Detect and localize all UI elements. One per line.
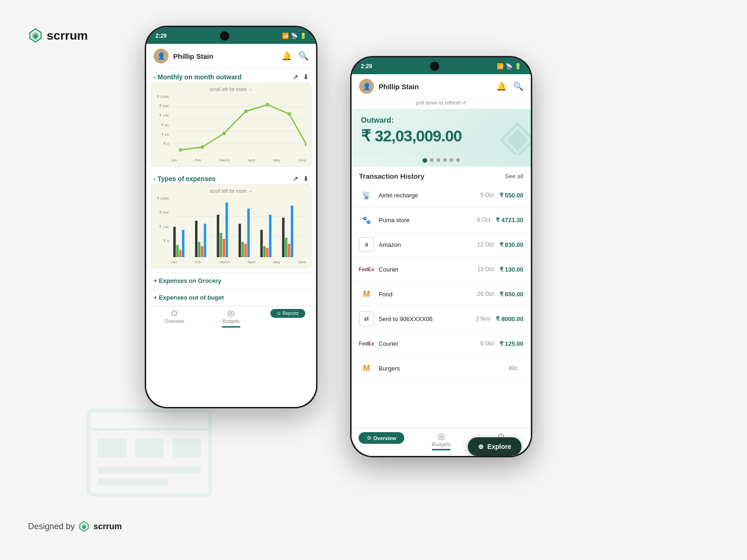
svg-rect-7: [173, 439, 201, 457]
svg-rect-43: [261, 230, 263, 258]
nav-overview[interactable]: ⊙ Overview: [146, 309, 203, 328]
food-amount: ₹ 650.00: [500, 291, 523, 298]
bar-x-june: June: [298, 260, 306, 264]
monthly-chart-container: scroll left for more → ₹ 100K ₹ 50K ₹ 10…: [151, 83, 311, 167]
expand-grocery[interactable]: + Expenses on Grocery: [146, 272, 316, 289]
signal-icon: 📡: [291, 33, 298, 39]
transaction-amazon[interactable]: a Amazon 12 Oct ₹ 830.00: [352, 232, 531, 257]
nav-budgets[interactable]: ◎ Budgets: [203, 309, 259, 328]
sent-amount: ₹ 8000.00: [496, 315, 523, 322]
bar-x-april: April: [247, 260, 255, 264]
transaction-burgers[interactable]: M Burgers 80c: [352, 356, 531, 381]
svg-rect-50: [291, 206, 293, 258]
p2-bell-icon[interactable]: 🔔: [496, 81, 507, 91]
dot-1: [423, 158, 427, 163]
courier1-name: Courier: [379, 266, 477, 273]
p2-nav-overview[interactable]: ⊙ Overview: [352, 432, 411, 450]
share-icon[interactable]: ↗: [293, 73, 298, 81]
explore-button[interactable]: ⊕ Explore: [468, 437, 521, 456]
svg-rect-34: [204, 224, 206, 258]
p2-nav-budgets[interactable]: ◎ Budgets: [411, 432, 471, 450]
dot-4: [443, 158, 447, 162]
dot-5: [450, 158, 453, 162]
svg-rect-37: [223, 239, 225, 257]
svg-rect-8: [98, 467, 201, 474]
p2-overview-icon: ⊙: [367, 435, 371, 441]
svg-rect-6: [135, 439, 163, 457]
battery-icon: 🔋: [300, 33, 307, 39]
svg-rect-9: [98, 478, 168, 485]
airtel-name: Airtel recharge: [379, 192, 480, 199]
airtel-icon: 📡: [359, 188, 374, 203]
burgers-date: 80c: [509, 365, 518, 371]
outward-label: Outward:: [361, 116, 521, 125]
p2-budgets-icon: ◎: [437, 432, 445, 441]
svg-rect-29: [179, 250, 182, 257]
transaction-food[interactable]: M Food 26 Oct ₹ 650.00: [352, 282, 531, 307]
download2-icon[interactable]: ⬇: [303, 175, 309, 182]
food-date: 26 Oct: [477, 291, 493, 297]
phone2-notch: [430, 62, 439, 71]
bar-x-feb: Feb: [195, 260, 201, 264]
transaction-courier1[interactable]: FedEx Courier 13 Oct ₹ 130.00: [352, 257, 531, 282]
puma-name: Puma store: [379, 217, 477, 224]
expand-budget[interactable]: + Expenses out of buget: [146, 289, 316, 306]
bell-icon[interactable]: 🔔: [282, 51, 292, 61]
phone1-notch: [220, 31, 229, 41]
p2-search-icon[interactable]: 🔍: [513, 81, 523, 91]
pull-refresh-label: pull down to refresh ↺: [352, 99, 531, 109]
transaction-airtel[interactable]: 📡 Airtel recharge 5 Oct ₹ 550.00: [352, 183, 531, 208]
nav-reports[interactable]: ⊙ Reports: [260, 309, 316, 328]
y-label-50k: ₹ 50K: [156, 104, 169, 108]
puma-date: 6 Oct: [477, 217, 491, 223]
sent-date: 3 Nov: [476, 315, 490, 322]
see-all-button[interactable]: See all: [505, 173, 523, 180]
transaction-header: Transaction History See all: [352, 167, 531, 183]
share2-icon[interactable]: ↗: [293, 175, 298, 182]
svg-rect-22: [305, 143, 306, 146]
transaction-puma[interactable]: 🐾 Puma store 6 Oct ₹ 4721.30: [352, 208, 531, 232]
svg-rect-45: [266, 248, 268, 258]
svg-rect-33: [201, 246, 203, 257]
phone1-header-icons: 🔔 🔍: [282, 51, 309, 61]
budgets-label: Budgets: [223, 319, 240, 324]
p2-battery-icon: 🔋: [514, 63, 521, 70]
p2-wifi-icon: 📶: [497, 63, 504, 70]
y-label-100k: ₹ 100K: [156, 95, 169, 99]
download-icon[interactable]: ⬇: [303, 73, 309, 81]
transaction-sent[interactable]: ⇄ Sent to 906XXXX06 3 Nov ₹ 8000.00: [352, 307, 531, 331]
svg-rect-42: [247, 209, 250, 257]
svg-rect-49: [288, 244, 290, 257]
designed-by-label: Designed by: [28, 522, 75, 532]
svg-rect-36: [220, 233, 222, 257]
watermark: [84, 397, 224, 513]
x-label-april: April: [247, 158, 255, 162]
logo-icon: [28, 28, 43, 43]
svg-rect-35: [217, 215, 219, 257]
outward-amount: ₹ 32,03,009.00: [361, 126, 521, 145]
phone1-status-icons: 📶 📡 🔋: [282, 33, 307, 39]
phone2-device: 2:29 📶 📡 🔋 👤 Phillip Stain 🔔 🔍 pull: [350, 56, 532, 457]
overview-icon: ⊙: [171, 309, 178, 317]
bar-y-10k: ₹ 10K: [156, 225, 169, 229]
phone2-avatar: 👤: [359, 79, 374, 94]
y-label-5k: ₹ 5K: [156, 123, 169, 127]
section-action-icons: ↗ ⬇: [293, 73, 309, 81]
svg-rect-47: [282, 218, 284, 258]
phone1-content: 👤 Phillip Stain 🔔 🔍 - Monthly on month o…: [146, 44, 316, 407]
monthly-title-text: - Monthly on month outward: [154, 73, 241, 81]
svg-rect-21: [288, 112, 291, 116]
phone2-time: 2:29: [361, 63, 372, 70]
bar-x-march: March: [219, 260, 230, 264]
courier2-name: Courier: [379, 340, 480, 347]
phone1-header: 👤 Phillip Stain 🔔 🔍: [146, 44, 316, 69]
svg-rect-16: [179, 148, 182, 152]
wifi-icon: 📶: [282, 33, 289, 39]
bar-chart: [171, 196, 306, 257]
courier1-amount: ₹ 130.00: [500, 266, 523, 273]
transaction-courier2[interactable]: FedEx Courier 6 Oct ₹ 125.00: [352, 331, 531, 356]
search-icon[interactable]: 🔍: [298, 51, 309, 61]
p2-overview-pill: ⊙ Overview: [359, 432, 405, 444]
sent-icon: ⇄: [359, 311, 374, 326]
amazon-name: Amazon: [379, 241, 477, 248]
